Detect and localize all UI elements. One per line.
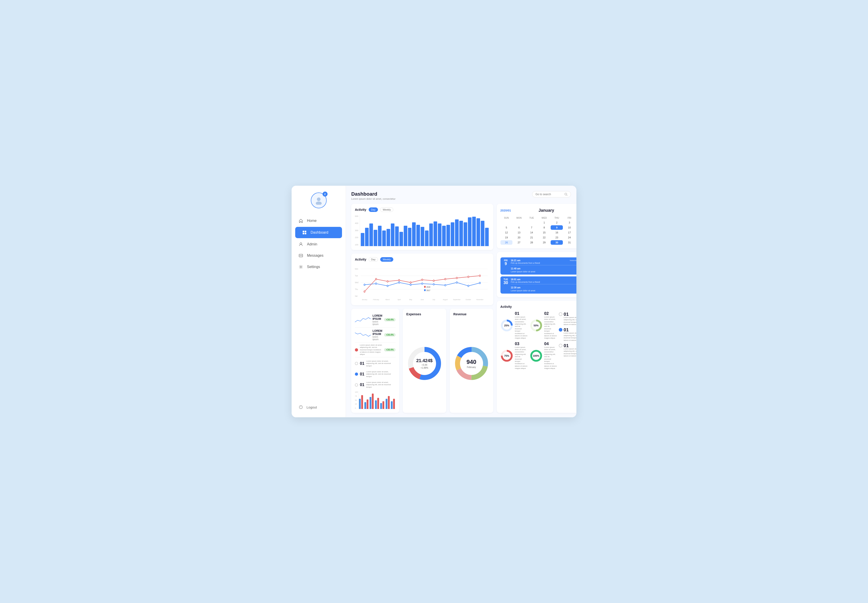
mini-bar-red-2 bbox=[372, 394, 374, 409]
right-list-num-1: 01 bbox=[564, 312, 577, 317]
cal-day-22[interactable]: 22 bbox=[538, 235, 550, 240]
cal-day-14[interactable]: 14 bbox=[526, 230, 538, 235]
cal-day-25[interactable]: 25 bbox=[576, 235, 577, 240]
cal-day-27[interactable]: 27 bbox=[513, 240, 525, 245]
cal-day-18[interactable]: 18 bbox=[576, 230, 577, 235]
cal-day-26[interactable]: 26 bbox=[501, 240, 513, 245]
cal-day-21[interactable]: 21 bbox=[526, 235, 538, 240]
cal-day-12[interactable]: 12 bbox=[501, 230, 513, 235]
sidebar-item-admin[interactable]: Admin bbox=[291, 239, 345, 250]
event-fri-time2: 11:40 am bbox=[511, 267, 521, 270]
cal-day-2[interactable]: 2 bbox=[550, 220, 563, 225]
list-item-1: 01 Lorem ipsum dolor sit amet, adipiscin… bbox=[355, 359, 396, 368]
cal-day-13[interactable]: 13 bbox=[513, 230, 525, 235]
activity-circles-content: 25% 01 Lorem ipsum dolor sit amet, conse… bbox=[501, 311, 577, 370]
bar-chart-wrap: 500 400 300 200 100 bbox=[355, 215, 490, 246]
bar-8 bbox=[395, 226, 399, 246]
cal-day-20[interactable]: 20 bbox=[513, 235, 525, 240]
tab-day-button[interactable]: Day bbox=[368, 207, 378, 212]
cal-day-24[interactable]: 24 bbox=[563, 235, 575, 240]
tab-day-line-button[interactable]: Day bbox=[368, 257, 378, 262]
circle-info-3: 03 Lorem ipsum dolor sit amet, consectet… bbox=[515, 342, 527, 370]
bar-22 bbox=[455, 220, 459, 246]
cal-day-9[interactable]: 9 bbox=[550, 225, 563, 230]
activity-circles-header: Activity ··· bbox=[501, 305, 577, 309]
cal-day-4[interactable]: 4 bbox=[576, 220, 577, 225]
svg-point-34 bbox=[468, 285, 469, 286]
activity-bar-header: Activity Day Weekly bbox=[355, 207, 490, 212]
cal-day-7[interactable]: 7 bbox=[526, 225, 538, 230]
svg-point-14 bbox=[565, 193, 567, 195]
cal-day-16[interactable]: 16 bbox=[550, 230, 563, 235]
sidebar-item-dashboard[interactable]: Dashboard bbox=[295, 227, 342, 238]
svg-text:May: May bbox=[409, 298, 412, 301]
bar-5 bbox=[382, 230, 386, 246]
mini-bar-blue-1 bbox=[364, 402, 366, 409]
circle-num-3: 03 bbox=[515, 342, 527, 346]
sidebar-item-label: Dashboard bbox=[311, 230, 328, 235]
list-radio-2 bbox=[355, 373, 358, 376]
svg-point-7 bbox=[300, 255, 301, 256]
cal-day-1[interactable]: 1 bbox=[538, 220, 550, 225]
cal-day-30[interactable]: 30 bbox=[550, 240, 563, 245]
bar-6 bbox=[387, 229, 390, 246]
cal-day-28[interactable]: 28 bbox=[526, 240, 538, 245]
circles-grid: 25% 01 Lorem ipsum dolor sit amet, conse… bbox=[501, 311, 557, 370]
event-tue-desc1: Pick up documents from a friend bbox=[511, 281, 577, 283]
sidebar: 2 Home Dashboard bbox=[291, 186, 346, 417]
cal-day-29[interactable]: 29 bbox=[538, 240, 550, 245]
left-column: Activity Day Weekly 500 400 300 200 100 bbox=[351, 204, 493, 413]
sidebar-item-messages[interactable]: Messages bbox=[291, 250, 345, 261]
sidebar-item-home[interactable]: Home bbox=[291, 215, 345, 226]
cal-day-19[interactable]: 19 bbox=[501, 235, 513, 240]
sidebar-item-label: Admin bbox=[307, 242, 317, 246]
line-chart-svg: Mon Tue Wed Thu Sat bbox=[355, 264, 490, 301]
svg-point-0 bbox=[317, 198, 321, 201]
cal-day-31[interactable]: 31 bbox=[563, 240, 575, 245]
event-fri-num: 9 bbox=[505, 262, 507, 266]
cal-day-3[interactable]: 3 bbox=[563, 220, 575, 225]
event-fri-row1: 16:21 am Yesterday 00:22 PM × bbox=[511, 259, 577, 262]
sidebar-item-settings[interactable]: Settings bbox=[291, 261, 345, 272]
cal-day-11[interactable]: 11 bbox=[576, 225, 577, 230]
svg-point-37 bbox=[375, 278, 377, 280]
cal-day-10[interactable]: 10 bbox=[563, 225, 575, 230]
mini-bar-red-5 bbox=[388, 396, 390, 409]
logout-icon bbox=[298, 405, 303, 410]
cal-day-6[interactable]: 6 bbox=[513, 225, 525, 230]
stat-item-2: LOREM IPSUM lorem ipsum +34.4% bbox=[355, 328, 396, 343]
list-desc-1: Lorem ipsum dolor sit amet, adipiscing e… bbox=[366, 360, 396, 367]
event-tue-num: 30 bbox=[504, 281, 508, 285]
cal-day-15[interactable]: 15 bbox=[538, 230, 550, 235]
svg-text:February: February bbox=[373, 298, 379, 301]
right-list-text-3: Lorem ipsum dolor sit amet, adipiscing e… bbox=[564, 348, 577, 357]
circle-chart-4: 100% bbox=[530, 349, 543, 362]
svg-point-45 bbox=[468, 276, 469, 278]
bar-0 bbox=[361, 233, 364, 246]
svg-text:Thu: Thu bbox=[355, 288, 358, 291]
expenses-change2: +1.88% bbox=[416, 366, 432, 369]
event-tue-time2: 12:30 am bbox=[511, 286, 521, 289]
logout-button[interactable]: Logout bbox=[291, 402, 345, 413]
right-list-num-2: 01 bbox=[564, 328, 577, 332]
event-tue-badge: TUE 30 bbox=[503, 278, 509, 285]
tab-weekly-line-button[interactable]: Weekly bbox=[380, 257, 393, 262]
cal-day-5[interactable]: 5 bbox=[501, 225, 513, 230]
page-title: Dashboard bbox=[351, 191, 396, 197]
svg-point-9 bbox=[302, 255, 302, 256]
circle-pct-1: 25% bbox=[501, 319, 513, 332]
cal-day-8[interactable]: 8 bbox=[538, 225, 550, 230]
circle-pct-2: 50% bbox=[530, 319, 543, 332]
stat-badge-1: +34.4% bbox=[384, 318, 395, 322]
page-subtitle: Lorem ipsum dolor sit amet, consectetur bbox=[351, 198, 396, 200]
cal-day-17[interactable]: 17 bbox=[563, 230, 575, 235]
right-column: 2020/01 January + SUNMONTUEWEDTHUFRISAT1… bbox=[497, 204, 577, 413]
event-tue: TUE 30 18:01 am × Pick up documents from… bbox=[501, 277, 577, 294]
bar-12 bbox=[412, 222, 416, 246]
search-input[interactable] bbox=[535, 193, 563, 196]
search-bar[interactable] bbox=[532, 191, 571, 198]
cal-day-23[interactable]: 23 bbox=[550, 235, 563, 240]
tab-weekly-button[interactable]: Weekly bbox=[380, 207, 393, 212]
bar-19 bbox=[442, 226, 446, 246]
svg-text:Mon: Mon bbox=[355, 267, 358, 270]
